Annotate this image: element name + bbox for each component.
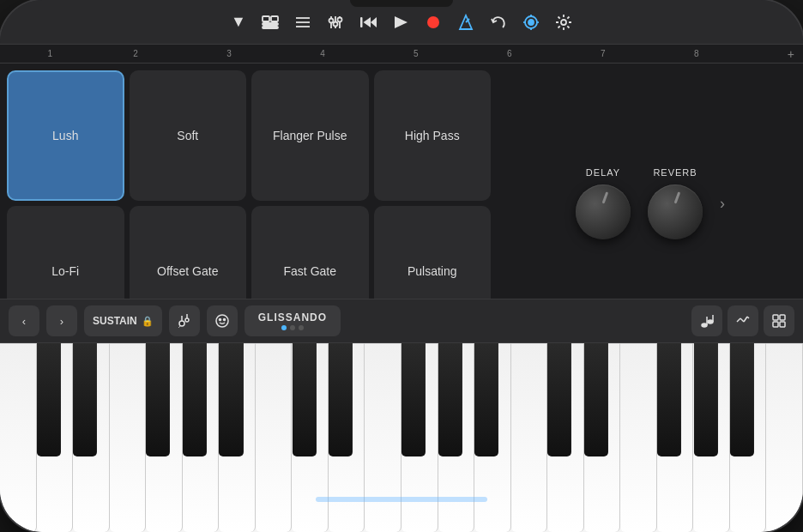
black-key-4[interactable]	[183, 343, 207, 456]
svg-line-40	[744, 317, 747, 322]
sustain-button[interactable]: SUSTAIN 🔒	[84, 305, 162, 336]
svg-point-10	[329, 18, 333, 22]
svg-rect-0	[263, 16, 269, 21]
sustain-label: SUSTAIN	[93, 315, 137, 327]
svg-point-11	[333, 21, 337, 26]
glissando-button[interactable]: GLISSANDO	[245, 305, 341, 336]
svg-marker-14	[363, 17, 371, 27]
black-key-14[interactable]	[694, 343, 718, 456]
svg-rect-3	[263, 27, 278, 28]
ruler-mark-4: 4	[320, 49, 325, 58]
black-key-7[interactable]	[329, 343, 353, 456]
dropdown-icon[interactable]: ▼	[231, 13, 246, 31]
ruler-mark-5: 5	[414, 49, 419, 58]
white-key-18[interactable]	[620, 343, 657, 532]
prev-octave-button[interactable]: ‹	[9, 305, 39, 336]
smart-icon[interactable]	[522, 14, 540, 31]
black-key-15[interactable]	[730, 343, 754, 456]
settings-icon[interactable]	[555, 14, 572, 31]
svg-rect-13	[360, 17, 363, 27]
black-key-12[interactable]	[584, 343, 608, 456]
pitch-bend-strip[interactable]	[316, 497, 487, 502]
black-key-11[interactable]	[547, 343, 571, 456]
ruler-mark-8: 8	[694, 49, 699, 58]
black-key-6[interactable]	[293, 343, 317, 456]
next-octave-button[interactable]: ›	[46, 305, 77, 336]
main-content: Lush Soft Flanger Pulse High Pass Lo-Fi …	[0, 63, 803, 532]
glissando-dot-2	[290, 325, 295, 330]
preset-lush[interactable]: Lush	[7, 70, 124, 201]
effects-expand-arrow[interactable]: ›	[720, 195, 725, 213]
metronome-icon[interactable]	[457, 14, 474, 31]
svg-point-26	[561, 20, 566, 25]
glissando-dot-3	[299, 325, 304, 330]
white-key-22[interactable]	[766, 343, 803, 532]
white-key-8[interactable]	[256, 343, 293, 532]
svg-point-32	[219, 319, 220, 321]
emoji-button[interactable]	[207, 305, 238, 336]
ruler-mark-7: 7	[601, 49, 606, 58]
arp-mode-button[interactable]	[728, 305, 758, 336]
rewind-icon[interactable]	[359, 15, 377, 30]
preset-flanger-pulse[interactable]: Flanger Pulse	[251, 70, 369, 201]
white-key-15[interactable]	[511, 343, 548, 532]
svg-rect-42	[773, 315, 778, 320]
keys-container[interactable]	[0, 343, 803, 532]
delay-label: DELAY	[586, 167, 620, 178]
record-icon[interactable]	[425, 15, 442, 30]
grid-view-button[interactable]	[764, 305, 794, 336]
white-key-4[interactable]	[110, 343, 147, 532]
svg-line-39	[740, 318, 744, 322]
svg-rect-43	[780, 315, 785, 320]
preset-high-pass[interactable]: High Pass	[374, 70, 492, 201]
phone-frame: ▼	[0, 0, 803, 532]
svg-point-12	[337, 17, 341, 21]
black-key-5[interactable]	[219, 343, 243, 456]
svg-rect-44	[773, 322, 778, 327]
mixer-icon[interactable]	[327, 15, 344, 30]
black-key-9[interactable]	[438, 343, 462, 456]
lock-icon: 🔒	[142, 316, 154, 327]
svg-point-21	[528, 20, 534, 25]
reverb-label: REVERB	[653, 167, 697, 178]
note-mode-button[interactable]	[691, 305, 722, 336]
svg-point-34	[702, 323, 707, 327]
glissando-dot-1	[281, 325, 287, 330]
glissando-indicators	[281, 325, 304, 330]
svg-rect-1	[271, 16, 278, 21]
add-track-button[interactable]: +	[788, 47, 794, 61]
reverb-control: REVERB	[648, 167, 703, 239]
glissando-label: GLISSANDO	[258, 311, 327, 323]
ruler-marks: 1 2 3 4 5 6 7 8	[9, 45, 788, 63]
svg-line-38	[737, 318, 740, 322]
svg-marker-16	[395, 16, 408, 28]
black-key-2[interactable]	[73, 343, 97, 456]
black-key-13[interactable]	[657, 343, 681, 456]
arpeggio-button[interactable]	[169, 305, 200, 336]
white-key-11[interactable]	[365, 343, 402, 532]
reverb-knob[interactable]	[648, 184, 703, 239]
svg-point-36	[708, 320, 713, 323]
black-key-10[interactable]	[474, 343, 498, 456]
black-key-3[interactable]	[146, 343, 170, 456]
svg-point-17	[427, 16, 439, 28]
list-icon[interactable]	[294, 15, 311, 29]
svg-marker-15	[371, 17, 377, 27]
controls-bar: ‹ › SUSTAIN 🔒	[0, 299, 803, 343]
delay-knob[interactable]	[576, 184, 631, 239]
track-icon[interactable]	[262, 15, 279, 29]
svg-point-31	[216, 315, 228, 327]
black-key-1[interactable]	[37, 343, 61, 456]
play-icon[interactable]	[392, 15, 409, 30]
ruler-mark-2: 2	[133, 49, 138, 58]
notch	[350, 0, 453, 7]
black-key-8[interactable]	[402, 343, 426, 456]
piano-keyboard[interactable]	[0, 343, 803, 532]
white-key-1[interactable]	[0, 343, 37, 532]
ruler-mark-1: 1	[47, 49, 52, 58]
svg-rect-2	[263, 23, 278, 25]
svg-line-41	[747, 317, 749, 318]
svg-point-27	[179, 321, 184, 326]
undo-icon[interactable]	[490, 15, 507, 30]
preset-soft[interactable]: Soft	[130, 70, 247, 201]
